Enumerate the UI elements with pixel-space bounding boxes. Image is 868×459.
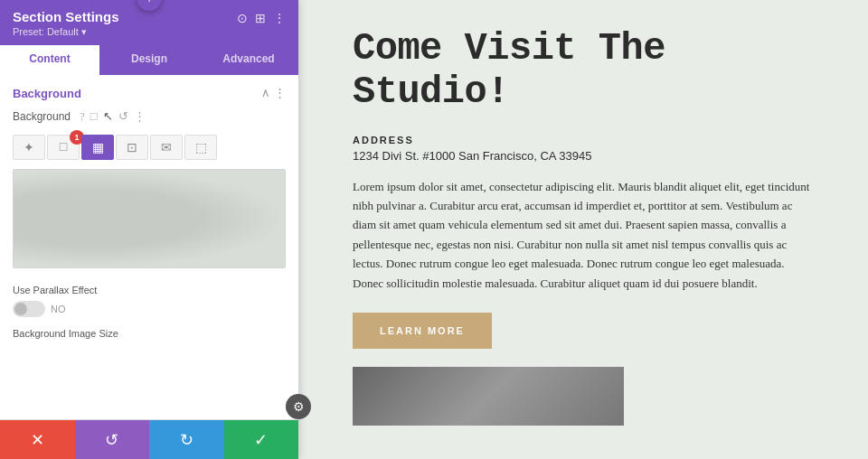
body-text: Lorem ipsum dolor sit amet, consectetur … <box>353 177 814 294</box>
bg-type-image[interactable]: ▦ <box>81 135 114 160</box>
redo-icon: ↻ <box>180 430 193 450</box>
confirm-button[interactable]: ✓ <box>224 420 299 459</box>
panel-title: Section Settings <box>13 9 119 24</box>
view-icon[interactable]: ⊙ <box>237 11 248 26</box>
reset-icon[interactable]: ↺ <box>118 109 128 124</box>
undo-icon: ↺ <box>105 430 118 450</box>
bg-type-buttons: ✦ □ 1 ▦ ⊡ ✉ ⬚ <box>0 131 298 169</box>
confirm-icon: ✓ <box>254 430 268 450</box>
undo-button[interactable]: ↺ <box>75 420 150 459</box>
grid-icon[interactable]: ⊞ <box>255 11 266 26</box>
redo-button[interactable]: ↻ <box>149 420 224 459</box>
bottom-image <box>353 367 624 426</box>
toggle-track[interactable] <box>13 301 45 317</box>
toggle-thumb <box>14 303 27 315</box>
parallax-label: Use Parallax Effect <box>13 285 286 295</box>
address-value: 1234 Divi St. #1000 San Francisco, CA 33… <box>353 149 814 163</box>
bg-more-icon[interactable]: ⋮ <box>134 109 146 124</box>
parallax-toggle-row: Use Parallax Effect NO <box>0 277 298 324</box>
copy-icon[interactable]: □ <box>90 109 98 124</box>
page-title: Come Visit The Studio! <box>353 27 814 115</box>
learn-more-button[interactable]: LEARN MORE <box>353 313 492 349</box>
tab-content[interactable]: Content <box>0 45 99 75</box>
background-preview-inner <box>14 170 285 267</box>
background-preview <box>13 169 286 268</box>
background-row: Background ? □ ↖ ↺ ⋮ <box>0 106 298 131</box>
toggle-text: NO <box>51 304 66 314</box>
panel-body: Background ∧ ⋮ Background ? □ ↖ ↺ ⋮ ✦ □ … <box>0 75 298 419</box>
bg-image-size-label: Background Image Size <box>0 324 298 341</box>
panel-footer: ✕ ↺ ↻ ✓ <box>0 419 298 459</box>
gear-button[interactable]: ⚙ <box>286 394 311 419</box>
address-label: ADDRESS <box>353 135 814 145</box>
bg-type-color[interactable]: ✦ <box>13 135 45 160</box>
bg-type-gradient[interactable]: □ 1 <box>47 135 80 160</box>
background-section-header: Background ∧ ⋮ <box>0 75 298 106</box>
settings-panel: + Section Settings Preset: Default ▾ ⊙ ⊞… <box>0 0 298 459</box>
bg-type-mask[interactable]: ⬚ <box>184 135 217 160</box>
panel-preset[interactable]: Preset: Default ▾ <box>13 26 119 38</box>
tab-advanced[interactable]: Advanced <box>199 45 298 75</box>
panel-tabs: Content Design Advanced <box>0 45 298 75</box>
bottom-image-inner <box>353 367 624 426</box>
tab-design[interactable]: Design <box>99 45 199 75</box>
help-icon[interactable]: ? <box>80 109 85 124</box>
background-row-label: Background <box>13 110 71 123</box>
parallax-switch[interactable]: NO <box>13 301 286 317</box>
content-area: Come Visit The Studio! ADDRESS 1234 Divi… <box>298 0 868 459</box>
panel-header-icons: ⊙ ⊞ ⋮ <box>237 11 286 26</box>
section-more-icon[interactable]: ⋮ <box>274 86 286 100</box>
bg-type-pattern[interactable]: ⊡ <box>116 135 148 160</box>
cancel-button[interactable]: ✕ <box>0 420 75 459</box>
gear-icon: ⚙ <box>293 399 305 415</box>
cancel-icon: ✕ <box>31 430 44 450</box>
collapse-icon[interactable]: ∧ <box>261 86 270 100</box>
more-options-icon[interactable]: ⋮ <box>273 11 286 26</box>
background-section-label: Background <box>13 87 81 100</box>
bg-type-video[interactable]: ✉ <box>150 135 183 160</box>
link-icon[interactable]: ↖ <box>103 109 113 124</box>
